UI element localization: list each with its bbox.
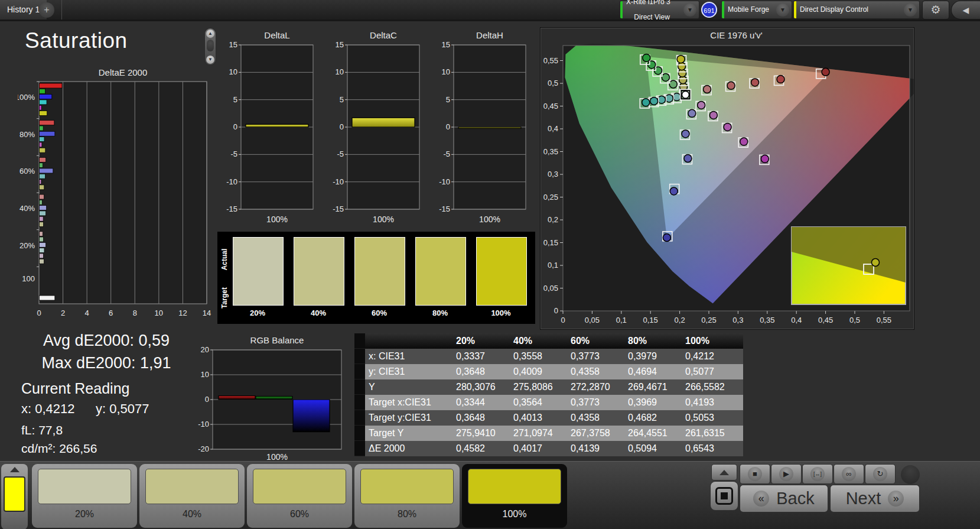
scroll-up-icon[interactable]: ▲	[206, 30, 214, 38]
patch-color	[38, 469, 131, 504]
svg-text:0,05: 0,05	[543, 284, 558, 293]
svg-text:-10: -10	[198, 420, 209, 429]
measured-blue-4	[670, 187, 678, 195]
svg-text:DeltaC: DeltaC	[370, 31, 397, 40]
swatch-label: 40%	[294, 309, 343, 317]
table-cell: 0,4013	[513, 410, 571, 426]
svg-text:DeltaE 2000: DeltaE 2000	[99, 67, 148, 77]
add-tab-button[interactable]: +	[39, 2, 54, 18]
play-button[interactable]: ▶	[771, 465, 801, 483]
svg-text:14: 14	[203, 309, 211, 317]
measured-magenta-1	[698, 101, 705, 109]
meter-mode: Direct View	[634, 13, 669, 21]
measured-yellow-5	[677, 56, 685, 63]
svg-text:15: 15	[336, 40, 344, 49]
table-cell: 272,2870	[571, 379, 628, 395]
current-x: x: 0,4212	[21, 401, 75, 417]
rgb-balance-chart: RGB Balance20100-10-20100%	[194, 336, 346, 461]
svg-text:0,5: 0,5	[548, 79, 558, 87]
table-col-header: 100%	[685, 333, 743, 349]
patch-preview-panel[interactable]	[1, 464, 28, 529]
patch-button-60%[interactable]: 60%	[247, 464, 352, 528]
svg-text:0,45: 0,45	[543, 102, 558, 111]
scroll-thumb[interactable]	[207, 40, 214, 51]
stop-icon: ■	[748, 467, 762, 481]
back-label: Back	[776, 489, 814, 508]
svg-text:0,15: 0,15	[543, 238, 558, 247]
swatch-60%	[354, 237, 405, 306]
meter-count-badge[interactable]: 691	[701, 2, 717, 18]
deltac-svg: DeltaC151050-5-10-15100%	[325, 31, 424, 233]
refresh-button[interactable]: ↻	[865, 465, 895, 483]
refresh-icon: ↻	[873, 467, 887, 481]
table-cell: 0,5094	[628, 441, 685, 456]
loop-button[interactable]: ∞	[834, 465, 864, 483]
rgb-bar-blue	[293, 400, 330, 432]
table-cell: 261,6315	[685, 426, 743, 441]
panel-up-button[interactable]	[712, 465, 737, 480]
table-cell: 267,3758	[571, 426, 628, 441]
svg-text:10: 10	[442, 67, 450, 76]
deltae2000-chart: DeltaE 200002468101214100%80%60%40%20%10…	[18, 66, 211, 327]
svg-text:0,05: 0,05	[585, 316, 600, 324]
bottom-bar: 20%40%60%80%100% ■▶[↔]∞↻ « Back Next »	[0, 461, 980, 529]
swatch-label: 60%	[354, 309, 404, 317]
current-reading-heading: Current Reading	[21, 380, 129, 397]
svg-text:0: 0	[37, 309, 41, 317]
tab-separator	[61, 0, 62, 20]
loop-icon: ∞	[842, 467, 856, 481]
settings-button[interactable]: ⚙	[923, 1, 949, 19]
stop-button[interactable]: ■	[740, 465, 770, 483]
chart-scrollbar[interactable]: ▲ ▼	[205, 28, 216, 65]
svg-text:-5: -5	[443, 150, 450, 158]
table-cell: 0,5077	[685, 364, 743, 379]
table-cell: 0,4139	[571, 441, 628, 456]
scroll-down-icon[interactable]: ▼	[206, 56, 214, 64]
svg-text:0: 0	[561, 316, 565, 324]
svg-text:-5: -5	[337, 150, 344, 158]
table-cell: 0,4358	[571, 410, 628, 426]
measured-blue-2	[682, 130, 689, 138]
next-button[interactable]: Next »	[831, 485, 919, 512]
patch-button-80%[interactable]: 80%	[354, 464, 460, 528]
table-cell: 0,3648	[456, 364, 513, 379]
svg-text:8: 8	[133, 309, 137, 317]
svg-text:100%: 100%	[266, 452, 288, 461]
svg-text:-10: -10	[333, 177, 344, 186]
source-dropdown[interactable]: Mobile Forge ▼	[722, 1, 792, 18]
calman-saturation-page: { "topbar": { "tab_label": "History 1", …	[0, 0, 980, 529]
svg-text:100%: 100%	[266, 215, 288, 224]
svg-text:CIE 1976 u'v': CIE 1976 u'v'	[710, 30, 762, 40]
deltae2000-svg: DeltaE 200002468101214100%80%60%40%20%10…	[18, 66, 211, 327]
display-control-dropdown[interactable]: Direct Display Control ▼	[794, 1, 919, 18]
display-name: Direct Display Control	[800, 5, 868, 14]
svg-text:100%: 100%	[18, 93, 35, 102]
table-row-2: y: CIE310,36480,40090,43580,46940,5077	[354, 364, 743, 379]
svg-text:80%: 80%	[19, 130, 35, 139]
patch-label: 60%	[247, 509, 352, 520]
measured-red-2	[727, 82, 735, 89]
patch-button-20%[interactable]: 20%	[32, 464, 137, 528]
svg-text:5: 5	[233, 95, 237, 104]
measured-red-4	[777, 76, 784, 83]
patch-button-100%[interactable]: 100%	[462, 464, 567, 528]
svg-text:0: 0	[554, 306, 558, 315]
meter-dropdown[interactable]: X-Rite i1Pro 3 Direct View ▼	[620, 1, 699, 18]
stop-pattern-button[interactable]	[711, 482, 738, 510]
svg-text:40%: 40%	[19, 204, 35, 213]
current-cdm2: cd/m²: 266,56	[21, 442, 97, 456]
chevrons-right-icon: »	[888, 491, 904, 507]
svg-text:DeltaL: DeltaL	[264, 31, 289, 40]
back-button[interactable]: « Back	[740, 485, 828, 512]
measured-blue-5	[663, 234, 670, 242]
patch-label: 40%	[139, 509, 245, 520]
table-cell: 0,4017	[513, 441, 571, 456]
measured-magenta-2	[709, 111, 717, 119]
chevron-down-icon: ▼	[683, 4, 696, 17]
svg-text:0: 0	[446, 122, 450, 131]
svg-text:0,25: 0,25	[543, 193, 558, 202]
svg-text:0,4: 0,4	[791, 316, 802, 324]
interval-button[interactable]: [↔]	[803, 465, 832, 483]
collapse-panel-button[interactable]: ◀	[952, 1, 980, 19]
patch-button-40%[interactable]: 40%	[139, 464, 245, 528]
